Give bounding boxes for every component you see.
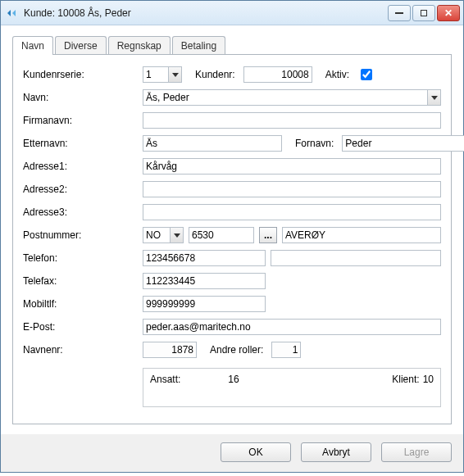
ok-button[interactable]: OK [221,442,291,462]
tab-betaling[interactable]: Betaling [172,36,225,55]
client-area: Navn Diverse Regnskap Betaling Kundenrse… [1,25,463,434]
close-icon: ✕ [444,7,453,19]
post-land-select[interactable] [143,227,184,243]
label-mobiltlf: Mobiltlf: [23,298,138,310]
telefax-input[interactable] [143,273,266,289]
epost-input[interactable] [143,319,441,335]
label-navn: Navn: [23,92,138,103]
label-telefax: Telefax: [23,275,138,287]
tab-navn[interactable]: Navn [12,36,53,55]
close-button[interactable]: ✕ [437,5,460,21]
label-kundenrserie: Kundenrserie: [23,69,138,80]
firmanavn-input[interactable] [143,112,441,129]
window-buttons: ✕ [388,5,460,21]
svg-marker-1 [12,10,16,16]
maximize-icon [421,10,427,16]
roles-groupbox: Ansatt: 16 Klient: 10 [143,368,441,407]
dialog-footer: OK Avbryt Lagre [1,434,463,472]
etternavn-input[interactable] [143,135,282,152]
minimize-button[interactable] [388,5,411,21]
label-adresse2: Adresse2: [23,184,138,195]
window: Kunde: 10008 Ås, Peder ✕ Navn Diverse Re… [0,0,464,473]
label-adresse1: Adresse1: [23,161,138,172]
titlebar: Kunde: 10008 Ås, Peder ✕ [1,1,463,25]
label-fornavn: Fornavn: [295,138,334,149]
label-kundenr: Kundenr: [195,69,235,80]
adresse1-input[interactable] [143,158,441,175]
andre-roller-input [271,342,301,358]
window-title: Kunde: 10008 Ås, Peder [24,7,388,19]
chevron-down-icon[interactable] [168,67,181,82]
label-aktiv: Aktiv: [325,69,349,80]
label-postnummer: Postnummer: [23,229,138,241]
maximize-button[interactable] [412,5,435,21]
navn-combo[interactable] [143,89,441,106]
label-telefon: Telefon: [23,252,138,264]
label-navnenr: Navnenr: [23,344,138,356]
navn-input[interactable] [143,89,441,106]
svg-marker-0 [7,10,11,16]
tab-diverse[interactable]: Diverse [55,36,107,55]
adresse3-input[interactable] [143,204,441,220]
aktiv-checkbox[interactable] [361,69,372,80]
avbryt-button[interactable]: Avbryt [301,442,371,462]
mobiltlf-input[interactable] [143,296,266,312]
ansatt-value: 16 [228,374,239,385]
tabpanel-navn: Kundenrserie: Kundenr: Aktiv: Navn: [12,54,452,424]
fornavn-input[interactable] [342,135,464,152]
post-lookup-button[interactable]: ... [259,227,277,243]
label-ansatt: Ansatt: [150,374,180,385]
navnenr-input [143,342,197,358]
app-icon [6,7,19,20]
label-etternavn: Etternavn: [23,138,138,149]
klient-value: 10 [423,374,434,385]
label-andre-roller: Andre roller: [210,344,263,356]
telefon-input[interactable] [143,250,266,266]
chevron-down-icon[interactable] [170,228,183,243]
label-epost: E-Post: [23,321,138,333]
label-firmanavn: Firmanavn: [23,115,138,126]
kundenr-input[interactable] [243,66,312,83]
post-nr-input[interactable] [189,227,254,243]
label-adresse3: Adresse3: [23,206,138,218]
telefon2-input[interactable] [271,250,441,266]
label-klient: Klient: [392,374,419,385]
minimize-icon [395,12,403,14]
lagre-button: Lagre [381,442,452,462]
tabstrip: Navn Diverse Regnskap Betaling [12,36,452,55]
kundenrserie-select[interactable] [143,66,182,83]
post-sted-input[interactable] [282,227,441,243]
chevron-down-icon[interactable] [427,90,440,105]
tab-regnskap[interactable]: Regnskap [108,36,171,55]
adresse2-input[interactable] [143,181,441,197]
